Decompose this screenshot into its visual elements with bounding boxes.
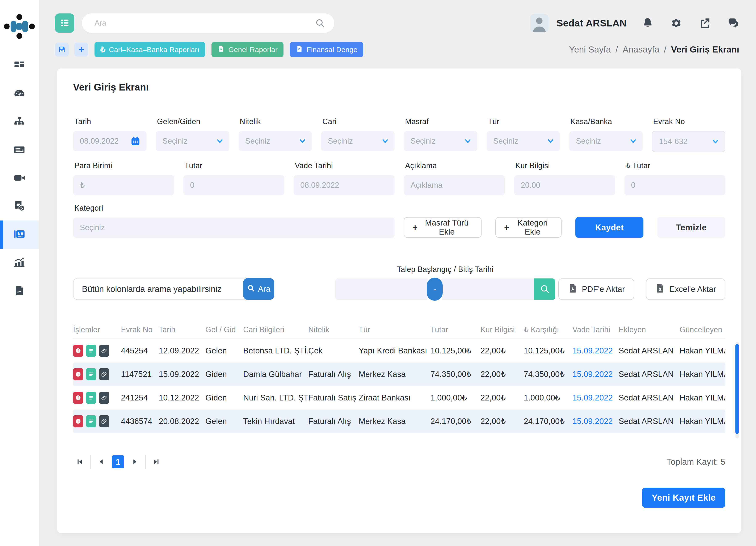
row-attachment-button[interactable] [99,368,109,380]
cell-evrak-no: 445254 [121,346,159,355]
breadcrumb-item-anasayfa[interactable]: Anasayfa [623,45,659,55]
start-date-input[interactable] [335,278,428,300]
field-placeholder: Açıklama [411,181,442,190]
column-header[interactable]: Kur Bilgisi [480,325,524,334]
row-attachment-button[interactable] [99,392,109,404]
column-header[interactable]: Tutar [431,325,480,334]
menu-toggle-button[interactable] [55,13,74,33]
column-header[interactable]: Cari Bilgileri [243,325,308,334]
cell-guncelleyen: Hakan YILMAZ [680,417,725,426]
date-range-search-button[interactable] [534,278,555,300]
general-reports-button[interactable]: Genel Raporlar [211,42,283,57]
field-placeholder: 0 [190,181,194,190]
global-search-input[interactable] [94,18,315,28]
main-area: Sedat ARSLAN + ₺ Cari–Kasa–Banka Raporla… [39,0,756,546]
breadcrumb-item-yeni-sayfa[interactable]: Yeni Sayfa [569,45,611,55]
select-tur[interactable]: Seçiniz [487,131,560,151]
balance-file-icon [296,45,303,54]
sidebar-item-organization[interactable] [0,108,39,136]
sidebar-item-news[interactable] [0,136,39,164]
sidebar-item-analytics-gauge[interactable] [0,80,39,108]
cell-vade-tarihi[interactable]: 15.09.2022 [572,393,619,402]
row-info-button[interactable] [73,392,83,404]
row-info-button[interactable] [73,415,83,427]
sidebar-item-invoices[interactable] [0,192,39,221]
export-pdf-button[interactable]: PDF'e Aktar [558,278,634,300]
column-header[interactable]: Ekleyen [619,325,680,334]
vade-tarihi-input[interactable]: 08.09.2022 [294,175,395,195]
financial-balance-button[interactable]: Finansal Denge [290,42,363,57]
receipt-lira-icon [13,199,26,213]
cari-kasa-banka-reports-button[interactable]: ₺ Cari–Kasa–Banka Raporları [95,42,205,57]
column-header[interactable]: Vade Tarihi [572,325,619,334]
row-detail-button[interactable] [86,392,96,404]
select-evrak-no[interactable]: 154-632 [652,131,725,152]
page-number-current[interactable]: 1 [112,455,124,468]
search-icon[interactable] [315,18,325,28]
plus-icon: + [79,45,84,54]
select-masraf[interactable]: Seçiniz [404,131,477,151]
sidebar-item-reports-chart[interactable] [0,249,39,277]
cell-vade-tarihi[interactable]: 15.09.2022 [572,370,619,379]
prev-page-button[interactable] [95,455,108,468]
user-avatar[interactable] [530,14,549,32]
add-record-button[interactable]: Yeni Kayıt Ekle [642,488,725,508]
select-cari[interactable]: Seçiniz [321,131,395,151]
save-button[interactable]: Kaydet [575,217,643,238]
column-header[interactable]: Tür [359,325,431,334]
para-birimi-input[interactable]: ₺ [73,175,174,195]
cell-vade-tarihi[interactable]: 15.09.2022 [572,346,619,355]
row-detail-button[interactable] [86,368,96,380]
sidebar-item-data-entry[interactable] [0,221,39,249]
column-header[interactable]: Güncelleyen [680,325,725,334]
app-logo[interactable] [4,14,35,39]
add-expense-type-button[interactable]: + Masraf Türü Ekle [404,217,482,238]
table-search-input[interactable] [73,278,248,300]
column-header[interactable]: Gel / Gid [205,325,243,334]
sidebar-item-documents[interactable] [0,277,39,305]
column-header[interactable]: Nitelik [308,325,359,334]
tl-tutar-input[interactable]: 0 [624,175,725,195]
column-header[interactable]: Evrak No [121,325,159,334]
add-shortcut-button[interactable]: + [74,43,88,56]
row-attachment-button[interactable] [99,345,109,357]
end-date-input[interactable] [442,278,534,300]
calendar-icon[interactable] [130,136,141,146]
table-scrollbar-thumb[interactable] [735,344,739,434]
date-input-tarih[interactable]: 08.09.2022 [73,131,147,151]
select-kasa-banka[interactable]: Seçiniz [569,131,643,151]
row-detail-button[interactable] [86,345,96,357]
select-gelen-giden[interactable]: Seçiniz [156,131,229,151]
kategori-select[interactable]: Seçiniz [73,218,395,238]
row-detail-button[interactable] [86,415,96,427]
settings-gear-icon[interactable] [670,17,682,29]
clear-button[interactable]: Temizle [657,217,725,238]
column-header[interactable]: Tarih [159,325,205,334]
share-export-icon[interactable] [699,17,711,29]
cell-vade-tarihi[interactable]: 15.09.2022 [572,417,619,426]
field-label: Para Birimi [74,161,174,170]
records-table: İşlemler Evrak No Tarih Gel / Gid Cari B… [73,321,725,433]
save-shortcut-button[interactable] [55,43,69,56]
next-page-button[interactable] [128,455,142,468]
row-info-button[interactable] [73,368,83,380]
select-nitelik[interactable]: Seçiniz [239,131,312,151]
tutar-input[interactable]: 0 [183,175,284,195]
column-header[interactable]: İşlemler [73,325,121,334]
add-category-button[interactable]: + Kategori Ekle [495,217,562,238]
table-search-button[interactable]: Ara [243,278,274,300]
notifications-bell-icon[interactable] [642,17,654,29]
kur-bilgisi-input[interactable]: 20.00 [514,175,615,195]
first-page-button[interactable] [73,455,87,468]
last-page-button[interactable] [150,455,163,468]
messages-chat-icon[interactable] [727,17,739,29]
sidebar-item-video[interactable] [0,164,39,192]
sidebar-item-dashboard[interactable] [0,52,39,80]
cell-kur: 22,00₺ [480,417,524,426]
row-attachment-button[interactable] [99,415,109,427]
aciklama-input[interactable]: Açıklama [404,175,505,195]
row-info-button[interactable] [73,345,83,357]
export-excel-button[interactable]: Excel'e Aktar [646,278,725,300]
speedometer-icon [13,87,26,101]
column-header[interactable]: ₺ Karşılığı [524,325,572,334]
